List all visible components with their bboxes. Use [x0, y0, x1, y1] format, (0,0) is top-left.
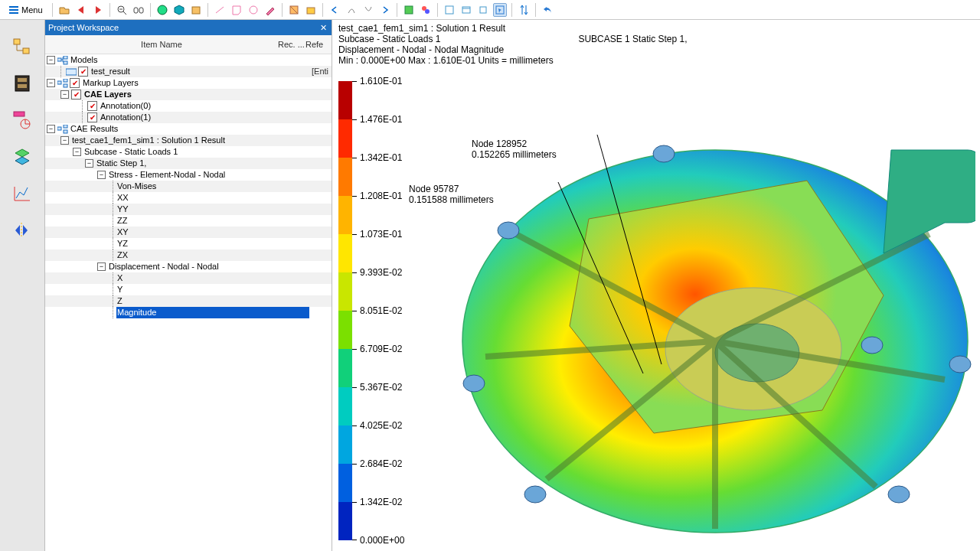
curve-up-icon[interactable]	[345, 3, 358, 17]
test-result-node[interactable]: test_result	[90, 66, 130, 77]
collapse-icon[interactable]: −	[47, 56, 55, 64]
test-result-right: [Enti	[312, 66, 332, 77]
models-node[interactable]: Models	[70, 54, 97, 66]
select-rect-icon[interactable]	[443, 3, 456, 17]
dimension-icon[interactable]	[213, 3, 227, 17]
y-node[interactable]: Y	[116, 284, 122, 295]
select-box-icon[interactable]	[476, 3, 490, 17]
select-window-icon[interactable]	[459, 3, 473, 17]
svg-rect-35	[64, 125, 67, 128]
stress-node[interactable]: Stress - Element-Nodal - Nodal	[108, 169, 225, 181]
project-workspace-panel: Project Workspace ✕ Item Name Rec. ... R…	[45, 20, 332, 551]
collapse-icon[interactable]: −	[97, 262, 106, 271]
open-icon[interactable]	[57, 3, 71, 17]
svg-rect-21	[23, 48, 29, 54]
checkbox-icon[interactable]: ✔	[70, 78, 80, 88]
svg-rect-6	[192, 7, 200, 14]
sim-node[interactable]: test_cae1_fem1_sim1 : Solution 1 Result	[71, 135, 225, 146]
binoculars-icon[interactable]	[132, 3, 145, 17]
svg-point-14	[425, 9, 430, 14]
checkbox-icon[interactable]: ✔	[87, 112, 97, 122]
svg-rect-16	[462, 7, 470, 13]
collapse-icon[interactable]: −	[60, 90, 69, 99]
markup-layers-node[interactable]: Markup Layers	[82, 77, 139, 89]
select-cursor-icon[interactable]	[493, 3, 507, 17]
left-toolbar	[0, 20, 45, 551]
mirror-icon[interactable]	[11, 219, 34, 242]
x-node[interactable]: X	[116, 272, 122, 284]
checkbox-icon[interactable]: ✔	[78, 67, 88, 77]
magnitude-node[interactable]: Magnitude	[116, 307, 309, 318]
displacement-node[interactable]: Displacement - Nodal - Nodal	[108, 261, 219, 272]
yy-node[interactable]: YY	[116, 204, 129, 215]
tree-header: Item Name Rec. ... Refe	[45, 35, 332, 54]
zx-node[interactable]: ZX	[116, 249, 128, 261]
zoom-out-icon[interactable]	[115, 3, 129, 17]
box-icon[interactable]	[189, 3, 203, 17]
hierarchy-icon[interactable]	[11, 35, 34, 58]
annotation-1-node[interactable]: Annotation(1)	[100, 112, 151, 123]
z-node[interactable]: Z	[116, 295, 122, 307]
svg-rect-23	[18, 78, 27, 82]
panel-title: Project Workspace	[48, 23, 119, 32]
svg-point-47	[653, 145, 675, 162]
svg-rect-3	[134, 8, 138, 13]
mesh-icon[interactable]	[11, 145, 34, 168]
chart-icon[interactable]	[11, 182, 34, 205]
svg-rect-32	[64, 79, 67, 82]
curve-down-icon[interactable]	[361, 3, 375, 17]
svg-rect-18	[480, 7, 486, 13]
prev-icon[interactable]	[74, 3, 88, 17]
pencil-icon[interactable]	[263, 3, 277, 17]
svg-rect-27	[57, 58, 61, 61]
collapse-icon[interactable]: −	[73, 148, 81, 156]
surface-icon[interactable]	[304, 3, 318, 17]
close-icon[interactable]: ✕	[318, 22, 328, 33]
workspace-tree[interactable]: −Models ✔test_result[Enti −✔Markup Layer…	[45, 54, 332, 318]
collapse-icon[interactable]: −	[60, 136, 69, 145]
svg-rect-15	[446, 6, 453, 14]
undo-icon[interactable]	[541, 3, 554, 17]
svg-rect-4	[139, 8, 143, 13]
checkbox-icon[interactable]: ✔	[87, 101, 97, 111]
von-mises-node[interactable]: Von-Mises	[116, 181, 156, 192]
main-toolbar: Menu	[0, 0, 980, 20]
annotation-0-node[interactable]: Annotation(0)	[100, 100, 151, 112]
cae-results-node[interactable]: CAE Results	[70, 123, 118, 135]
render-icon[interactable]	[402, 3, 416, 17]
section-icon[interactable]	[287, 3, 301, 17]
svg-point-8	[250, 6, 257, 14]
palette-icon[interactable]	[419, 3, 433, 17]
cube-icon[interactable]	[172, 3, 186, 17]
film-icon[interactable]	[11, 72, 34, 95]
svg-point-50	[524, 486, 546, 503]
collapse-icon[interactable]: −	[97, 171, 106, 179]
viewport[interactable]: test_cae1_fem1_sim1 : Solution 1 Result …	[332, 20, 980, 551]
circle-icon[interactable]	[247, 3, 260, 17]
subcase-node[interactable]: Subcase - Static Loads 1	[83, 146, 178, 158]
collapse-icon[interactable]: −	[47, 79, 55, 87]
globe-icon[interactable]	[155, 3, 169, 17]
svg-rect-20	[14, 39, 20, 44]
step-node[interactable]: Static Step 1,	[96, 158, 146, 169]
svg-rect-29	[64, 61, 67, 64]
zz-node[interactable]: ZZ	[116, 215, 127, 227]
arrow-right-icon[interactable]	[378, 3, 392, 17]
yz-node[interactable]: YZ	[116, 238, 128, 249]
xx-node[interactable]: XX	[116, 192, 129, 204]
xy-node[interactable]: XY	[116, 227, 129, 238]
col-rec: Rec. ...	[278, 40, 305, 49]
svg-rect-24	[18, 84, 27, 88]
sort-icon[interactable]	[517, 3, 531, 17]
collapse-icon[interactable]: −	[85, 159, 93, 168]
arrow-left-icon[interactable]	[328, 3, 341, 17]
menu-button[interactable]: Menu	[5, 4, 47, 16]
next-icon[interactable]	[91, 3, 105, 17]
checkbox-icon[interactable]: ✔	[71, 90, 81, 99]
svg-rect-36	[64, 130, 67, 133]
cae-layers-node[interactable]: CAE Layers	[83, 89, 132, 100]
svg-rect-11	[307, 8, 315, 14]
layer-orient-icon[interactable]	[11, 109, 34, 132]
note-icon[interactable]	[230, 3, 243, 17]
collapse-icon[interactable]: −	[47, 125, 55, 133]
